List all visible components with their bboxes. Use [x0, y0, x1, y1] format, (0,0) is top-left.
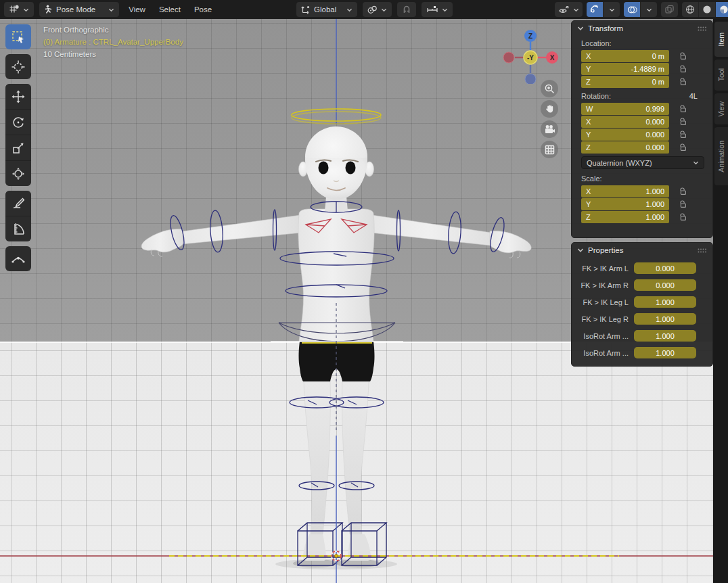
- gizmos-dropdown[interactable]: [603, 2, 620, 17]
- lock-icon[interactable]: [679, 187, 687, 195]
- location-z-field[interactable]: Z 0 m: [581, 76, 669, 88]
- shading-material-preview-button[interactable]: [715, 2, 728, 17]
- xray-toggle[interactable]: [661, 2, 678, 17]
- rotation-mode-value: Quaternion (WXYZ): [587, 159, 693, 167]
- gizmo-x-label: X: [550, 54, 555, 62]
- menu-view[interactable]: View: [124, 5, 150, 14]
- tab-view[interactable]: View: [714, 93, 728, 124]
- tool-move[interactable]: [5, 84, 31, 109]
- property-value-field[interactable]: 1.000: [634, 296, 696, 308]
- axis-label: Z: [586, 143, 598, 151]
- show-overlays-toggle[interactable]: [624, 2, 640, 17]
- menu-select[interactable]: Select: [155, 5, 185, 14]
- scale-x-field[interactable]: X 1.000: [581, 185, 669, 197]
- object-visibility-dropdown[interactable]: [555, 2, 583, 17]
- tool-cursor[interactable]: [5, 54, 31, 79]
- panel-title: Properties: [588, 246, 623, 254]
- lock-icon[interactable]: [679, 104, 687, 113]
- orientation-axes-icon: [301, 5, 311, 14]
- tool-transform[interactable]: [5, 160, 31, 186]
- scale-y-field[interactable]: Y 1.000: [581, 198, 669, 210]
- axis-label: Z: [586, 213, 598, 221]
- transform-orientation-dropdown[interactable]: Global: [296, 2, 357, 17]
- gizmo-neg-z-ball[interactable]: [525, 74, 536, 84]
- chevron-down-icon: [646, 7, 652, 12]
- lock-icon[interactable]: [679, 64, 687, 73]
- property-value-field[interactable]: 1.000: [634, 313, 696, 325]
- lock-icon[interactable]: [679, 51, 687, 60]
- camera-view-button[interactable]: [541, 120, 558, 138]
- tool-scale[interactable]: [5, 135, 31, 160]
- mode-selector[interactable]: Pose Mode: [39, 2, 119, 17]
- chevron-down-icon: [381, 7, 387, 12]
- panel-title: Transform: [588, 24, 623, 32]
- shading-wireframe-button[interactable]: [682, 2, 698, 17]
- rotation-y-field[interactable]: Y 0.000: [581, 129, 669, 141]
- shading-solid-button[interactable]: [698, 2, 715, 17]
- lock-icon[interactable]: [679, 130, 687, 139]
- rotation-y-row: Y 0.000: [572, 128, 712, 141]
- axis-value: 0.000: [598, 131, 664, 139]
- lock-icon[interactable]: [679, 77, 687, 86]
- property-label: FK > IK Arm R: [574, 281, 629, 289]
- tool-select-box[interactable]: [5, 24, 31, 49]
- orthographic-toggle-button[interactable]: [541, 141, 558, 158]
- gizmo-neg-x-ball[interactable]: [503, 52, 514, 63]
- rotation-mode-dropdown[interactable]: Quaternion (WXYZ): [581, 156, 704, 169]
- orientation-label: Global: [314, 5, 336, 14]
- rotation-x-field[interactable]: X 0.000: [581, 116, 669, 128]
- property-row: FK > IK Arm R 0.000: [572, 277, 712, 294]
- rotation-z-field[interactable]: Z 0.000: [581, 141, 669, 154]
- lock-icon[interactable]: [679, 200, 687, 208]
- location-z-row: Z 0 m: [572, 75, 712, 88]
- location-y-field[interactable]: Y -1.4889 m: [581, 63, 669, 75]
- lock-icon[interactable]: [679, 212, 687, 221]
- pivot-point-dropdown[interactable]: [363, 2, 392, 17]
- axis-label: X: [586, 118, 598, 126]
- panel-collapse-icon[interactable]: [577, 248, 584, 253]
- panel-grip-icon[interactable]: [698, 248, 707, 253]
- property-label: IsoRot Arm ...: [574, 349, 629, 357]
- proportional-editing-dropdown[interactable]: [422, 2, 453, 17]
- axis-label: Y: [586, 131, 598, 139]
- tab-animation[interactable]: Animation: [714, 127, 728, 185]
- menu-pose[interactable]: Pose: [190, 5, 216, 14]
- tool-measure[interactable]: [5, 216, 31, 241]
- scale-z-field[interactable]: Z 1.000: [581, 211, 669, 223]
- panel-collapse-icon[interactable]: [577, 26, 584, 31]
- property-value: 0.000: [656, 281, 675, 289]
- 3d-viewport[interactable]: Front Orthographic (0) Armature : CTRL_A…: [0, 19, 728, 583]
- property-value: 1.000: [656, 315, 675, 323]
- location-y-row: Y -1.4889 m: [572, 62, 712, 75]
- rotation-w-row: W 0.999: [572, 102, 712, 115]
- lock-icon[interactable]: [679, 117, 687, 126]
- tool-pose-breakdowner[interactable]: [5, 246, 31, 271]
- tool-annotate[interactable]: [5, 191, 31, 216]
- panel-grip-icon[interactable]: [698, 26, 707, 31]
- navigation-gizmo[interactable]: Z X -Y: [502, 24, 560, 84]
- chevron-down-icon: [693, 160, 699, 165]
- tool-rotate[interactable]: [5, 109, 31, 135]
- location-x-field[interactable]: X 0 m: [581, 50, 669, 62]
- property-value-field[interactable]: 0.000: [634, 262, 696, 274]
- rotation-z-row: Z 0.000: [572, 141, 712, 154]
- magnifier-icon: [543, 83, 555, 95]
- property-value-field[interactable]: 0.000: [634, 279, 696, 291]
- visibility-eye-icon: [558, 5, 570, 14]
- scale-z-row: Z 1.000: [572, 210, 712, 223]
- shading-mode-group: [682, 2, 728, 17]
- overlays-dropdown[interactable]: [640, 2, 657, 17]
- editor-type-button[interactable]: [4, 2, 34, 17]
- snap-toggle[interactable]: [397, 2, 416, 17]
- show-gizmos-toggle[interactable]: [587, 2, 603, 17]
- tab-tool[interactable]: Tool: [714, 60, 728, 91]
- zoom-button[interactable]: [541, 80, 558, 97]
- lock-icon[interactable]: [679, 143, 687, 151]
- property-value-field[interactable]: 1.000: [634, 330, 696, 342]
- property-value-field[interactable]: 1.000: [634, 347, 696, 358]
- active-object-label: (0) Armature : CTRL_Avatar_UpperBody: [43, 36, 183, 48]
- pan-button[interactable]: [541, 100, 558, 118]
- rotation-w-field[interactable]: W 0.999: [581, 103, 669, 115]
- tab-item[interactable]: Item: [714, 22, 728, 57]
- pivot-point-icon: [367, 5, 378, 14]
